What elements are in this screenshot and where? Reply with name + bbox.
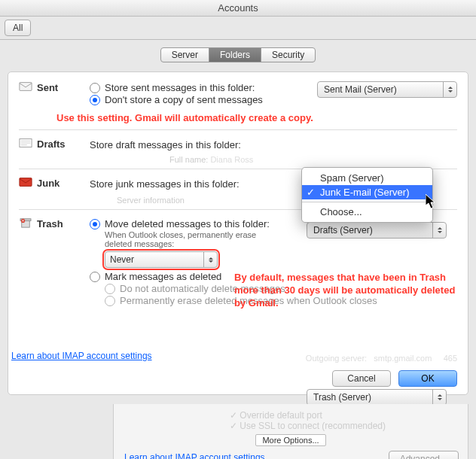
drafts-icon <box>19 138 32 148</box>
junk-folder-menu: Spam (Server) Junk E-mail (Server) Choos… <box>301 167 433 223</box>
trash-move-text: Move deleted messages to this folder: <box>105 218 270 230</box>
sent-store-text: Store sent messages in this folder: <box>105 82 255 93</box>
tab-bar: Server Folders Security <box>0 40 476 62</box>
tab-server[interactable]: Server <box>161 48 209 62</box>
annotation-sent: Use this setting. Gmail will automatical… <box>56 112 457 123</box>
bg-fullname: Full name: Diana Ross <box>169 155 457 164</box>
mouse-cursor <box>426 194 438 209</box>
drafts-text: Store draft messages in this folder: <box>90 138 457 150</box>
junk-icon <box>19 177 32 187</box>
drafts-label: Drafts <box>37 138 90 150</box>
junk-label: Junk <box>37 177 90 189</box>
junk-menu-spam[interactable]: Spam (Server) <box>302 171 432 185</box>
imap-link[interactable]: Learn about IMAP account settings <box>11 351 152 361</box>
advanced-button[interactable]: Advanced... <box>389 451 459 459</box>
toolbar: All <box>0 17 476 39</box>
bg-outgoing: Outgoing server: smtp.gmail.com 465 <box>306 354 457 363</box>
trash-icon <box>19 217 32 228</box>
junk-menu-junkemail[interactable]: Junk E-mail (Server) <box>302 185 432 199</box>
annotation-trash: By default, messages that have been in T… <box>234 272 460 310</box>
trash-erase-note: When Outlook closes, permanently erase d… <box>105 230 270 248</box>
svg-rect-2 <box>20 178 32 187</box>
sent-dontstore-radio[interactable] <box>90 95 100 105</box>
sent-icon <box>19 81 32 92</box>
sent-dontstore-text: Don't store a copy of sent messages <box>105 94 263 105</box>
tab-folders[interactable]: Folders <box>209 48 261 62</box>
trash-mark-radio[interactable] <box>90 272 100 282</box>
sent-label: Sent <box>37 81 90 93</box>
sent-folder-select[interactable]: Sent Mail (Server) <box>317 81 457 98</box>
trash-mark-sub2-radio[interactable] <box>105 296 115 306</box>
tab-security[interactable]: Security <box>261 48 315 62</box>
folders-panel: Sent Store sent messages in this folder:… <box>8 71 468 395</box>
trash-mark-sub1-radio[interactable] <box>105 284 115 294</box>
background-panel: ✓ Override default port ✓ Use SSL to con… <box>113 404 468 459</box>
cancel-button[interactable]: Cancel <box>332 370 391 387</box>
trash-mark-text: Mark messages as deleted <box>105 271 221 282</box>
sent-store-radio[interactable] <box>90 83 100 93</box>
trash-schedule-select[interactable]: Never <box>105 251 218 268</box>
svg-rect-0 <box>20 83 32 91</box>
show-all-button[interactable]: All <box>5 20 31 36</box>
trash-folder-select[interactable]: Trash (Server) <box>307 389 447 406</box>
more-options-button[interactable]: More Options... <box>255 434 325 446</box>
window-title: Accounts <box>0 0 476 17</box>
ok-button[interactable]: OK <box>398 370 457 387</box>
trash-move-radio[interactable] <box>90 219 100 230</box>
junk-menu-choose[interactable]: Choose... <box>302 205 432 219</box>
imap-link-bottom[interactable]: Learn about IMAP account settings <box>124 452 265 459</box>
trash-label: Trash <box>37 217 90 230</box>
